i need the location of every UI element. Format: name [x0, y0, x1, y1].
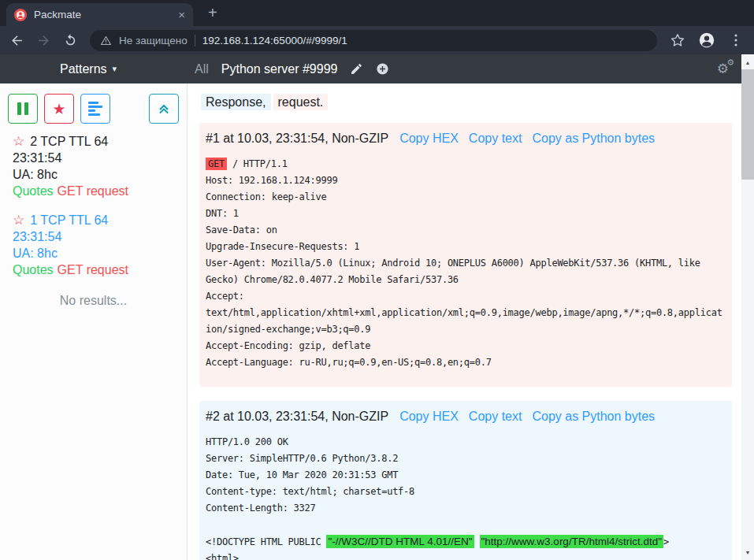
packet-line: User-Agent: Mozilla/5.0 (Linux; Android …	[206, 255, 726, 272]
color-legend: Response,request.	[201, 93, 732, 112]
packet-title: #1 at 10.03, 23:31:54, Non-GZIP	[206, 129, 388, 148]
scrollbar-thumb[interactable]	[741, 69, 754, 180]
copy-link[interactable]: Copy HEX	[399, 407, 459, 426]
browser-tab[interactable]: Packmate ×	[6, 3, 193, 26]
packet-line: Accept-Language: ru-RU,ru;q=0.9,en-US;q=…	[206, 354, 726, 371]
chevrons-up-icon	[158, 102, 170, 115]
legend-request-label: request.	[273, 94, 329, 110]
tab-title: Packmate	[34, 9, 171, 20]
collapse-button[interactable]	[149, 94, 179, 124]
page-scrollbar[interactable]: ▲ ▼	[741, 54, 754, 560]
bookmark-star-icon[interactable]	[669, 32, 686, 49]
app-header: Patterns ▾ All Python server #9999 ⚙ ⚙	[0, 54, 741, 83]
scroll-down-icon[interactable]: ▼	[741, 546, 754, 558]
patterns-dropdown[interactable]: Patterns ▾	[60, 54, 117, 83]
packet-line: GET / HTTP/1.1	[206, 156, 726, 172]
browser-toolbar: Не защищено 192.168.1.124:65000/#/9999/1	[0, 26, 754, 54]
packet-line: DNT: 1	[206, 206, 726, 222]
packet-body: GET / HTTP/1.1Host: 192.168.1.124:9999Co…	[206, 156, 726, 371]
profile-avatar-icon[interactable]	[698, 32, 715, 49]
packet-line: Gecko) Chrome/82.0.4077.2 Mobile Safari/…	[206, 272, 726, 288]
packet-copy-links: Copy HEXCopy textCopy as Python bytes	[399, 129, 655, 148]
pause-icon	[17, 102, 28, 115]
flow-user-agent: UA: 8hc	[13, 245, 182, 261]
back-icon[interactable]	[9, 33, 24, 48]
flow-pattern-tags: QuotesGET request	[13, 261, 182, 278]
new-tab-button[interactable]: +	[208, 4, 217, 22]
address-bar[interactable]: Не защищено 192.168.1.124:65000/#/9999/1	[90, 30, 657, 51]
flows-sidebar: ★ ☆2 TCP TTL 6423:31:54UA: 8hcQuotesGET …	[0, 83, 188, 560]
reload-icon[interactable]	[63, 33, 78, 48]
packet-line: <html>	[206, 551, 726, 560]
packet-line: Accept-Encoding: gzip, deflate	[206, 338, 726, 354]
pattern-tag: GET request	[58, 263, 128, 276]
tab-all-services[interactable]: All	[195, 62, 209, 76]
flow-time: 23:31:54	[13, 150, 182, 166]
url-text[interactable]: 192.168.1.124:65000/#/9999/1	[202, 35, 347, 46]
chevron-down-icon: ▾	[113, 64, 117, 74]
settings-gears-icon[interactable]: ⚙ ⚙	[717, 54, 729, 83]
packet-body: HTTP/1.0 200 OKServer: SimpleHTTP/0.6 Py…	[206, 434, 726, 560]
packet-title: #2 at 10.03, 23:31:54, Non-GZIP	[206, 407, 388, 426]
packet-card-request: #1 at 10.03, 23:31:54, Non-GZIPCopy HEXC…	[199, 123, 732, 387]
packet-line: HTTP/1.0 200 OK	[206, 434, 726, 451]
not-secure-warning-icon[interactable]	[100, 35, 112, 46]
security-status-label[interactable]: Не защищено	[119, 35, 188, 46]
copy-link[interactable]: Copy as Python bytes	[532, 129, 655, 148]
pattern-tag: Quotes	[13, 263, 54, 276]
favorite-star-icon[interactable]: ☆	[13, 213, 24, 228]
patterns-label: Patterns	[60, 62, 107, 76]
app-page: Patterns ▾ All Python server #9999 ⚙ ⚙	[0, 54, 754, 560]
match-highlight-green: "-//W3C//DTD HTML 4.01//EN"	[326, 535, 474, 548]
browser-tab-bar: Packmate × +	[0, 0, 754, 26]
packet-line: Content-Length: 3327	[206, 500, 726, 517]
gear-small-icon: ⚙	[726, 58, 734, 67]
no-results-label: No results...	[0, 294, 187, 308]
packmate-app-window: Packmate × + Не защищено 192.168.1.124:6…	[0, 0, 754, 560]
match-highlight-green: "http://www.w3.org/TR/html4/strict.dtd"	[480, 535, 663, 548]
flow-title-line: ☆2 TCP TTL 64	[13, 133, 182, 150]
pattern-tag: Quotes	[13, 184, 54, 198]
list-lines-icon	[88, 102, 102, 116]
packet-view: Response,request. #1 at 10.03, 23:31:54,…	[188, 83, 741, 560]
pattern-tag: GET request	[58, 184, 128, 198]
packet-header: #1 at 10.03, 23:31:54, Non-GZIPCopy HEXC…	[206, 129, 726, 148]
packet-copy-links: Copy HEXCopy textCopy as Python bytes	[399, 407, 655, 426]
copy-link[interactable]: Copy as Python bytes	[532, 407, 655, 426]
flow-list-item[interactable]: ☆2 TCP TTL 6423:31:54UA: 8hcQuotesGET re…	[13, 133, 182, 199]
packet-line: ion/signed-exchange;v=b3;q=0.9	[206, 321, 726, 338]
flow-title-line: ☆1 TCP TTL 64	[13, 212, 182, 228]
packmate-favicon-icon	[14, 9, 27, 21]
packet-line: Accept:	[206, 288, 726, 305]
flow-title: 1 TCP TTL 64	[30, 213, 108, 227]
copy-link[interactable]: Copy text	[469, 129, 522, 148]
flow-user-agent: UA: 8hc	[13, 166, 182, 183]
app-body: ★ ☆2 TCP TTL 6423:31:54UA: 8hcQuotesGET …	[0, 83, 741, 560]
service-tabs: All Python server #9999	[195, 54, 389, 83]
tab-close-icon[interactable]: ×	[178, 9, 185, 20]
flow-time: 23:31:54	[13, 228, 182, 245]
browser-menu-kebab-icon[interactable]	[727, 32, 745, 49]
star-icon: ★	[52, 102, 65, 117]
flow-list: ☆2 TCP TTL 6423:31:54UA: 8hcQuotesGET re…	[0, 124, 187, 278]
forward-icon[interactable]	[36, 33, 51, 48]
packet-list: #1 at 10.03, 23:31:54, Non-GZIPCopy HEXC…	[199, 123, 732, 560]
favorites-filter-button[interactable]: ★	[44, 94, 74, 124]
favorite-star-icon[interactable]: ☆	[13, 134, 24, 149]
copy-link[interactable]: Copy HEX	[399, 129, 459, 148]
tab-current-service[interactable]: Python server #9999	[221, 62, 338, 76]
match-highlight-red: GET	[206, 158, 227, 170]
sidebar-toolbar: ★	[0, 83, 187, 124]
flow-list-item[interactable]: ☆1 TCP TTL 6423:31:54UA: 8hcQuotesGET re…	[13, 212, 182, 278]
add-service-plus-icon[interactable]	[376, 62, 389, 76]
pause-capture-button[interactable]	[8, 94, 38, 124]
copy-link[interactable]: Copy text	[469, 407, 522, 426]
packet-line: Save-Data: on	[206, 222, 726, 239]
scroll-up-icon[interactable]: ▲	[741, 56, 754, 69]
edit-service-pencil-icon[interactable]	[350, 62, 363, 76]
packet-line: Upgrade-Insecure-Requests: 1	[206, 239, 726, 255]
packet-line: Host: 192.168.1.124:9999	[206, 172, 726, 189]
packet-line: text/html,application/xhtml+xml,applicat…	[206, 305, 726, 321]
pattern-filter-button[interactable]	[80, 94, 110, 124]
packet-line	[206, 517, 726, 533]
